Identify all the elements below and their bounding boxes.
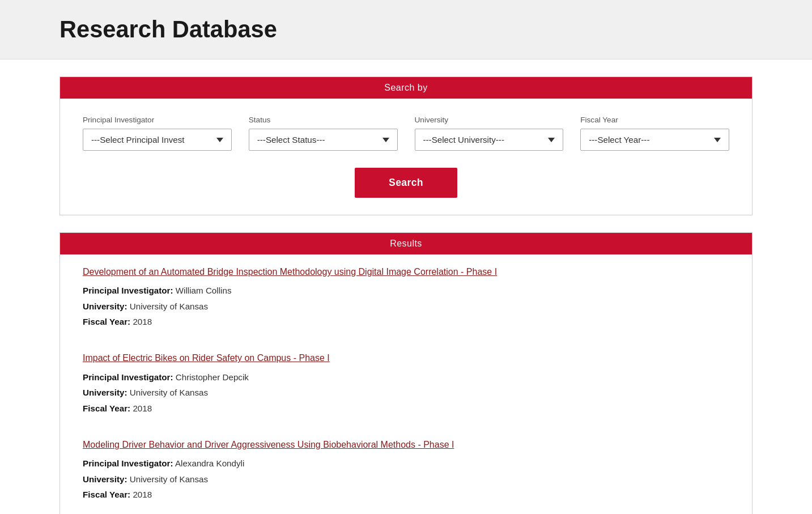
main-content: Search by Principal Investigator ---Sele… [0, 60, 812, 514]
university-value: University of Kansas [130, 388, 208, 397]
results-section-header: Results [60, 233, 752, 254]
result-university: University: University of Kansas [83, 471, 729, 487]
result-title-link[interactable]: Impact of Electric Bikes on Rider Safety… [83, 352, 330, 364]
pi-label: Principal Investigator: [83, 286, 173, 295]
university-value: University of Kansas [130, 301, 208, 311]
result-meta: Principal Investigator: William Collins … [83, 283, 729, 329]
result-university: University: University of Kansas [83, 299, 729, 314]
pi-value: William Collins [176, 286, 232, 295]
university-filter-select[interactable]: ---Select University--- [415, 129, 564, 151]
result-title-link[interactable]: Modeling Driver Behavior and Driver Aggr… [83, 439, 454, 451]
page-title: Research Database [59, 16, 753, 43]
pi-filter-select[interactable]: ---Select Principal Invest [83, 129, 232, 151]
search-button-row: Search [83, 168, 729, 198]
status-filter-label: Status [249, 116, 398, 124]
result-item: Modeling Driver Behavior and Driver Aggr… [83, 439, 729, 508]
fy-value: 2018 [133, 403, 152, 413]
result-item: Impact of Electric Bikes on Rider Safety… [83, 352, 729, 421]
fy-value: 2018 [133, 490, 152, 499]
fy-label: Fiscal Year: [83, 490, 130, 499]
fy-label: Fiscal Year: [83, 317, 130, 326]
fy-filter-select[interactable]: ---Select Year--- [580, 129, 729, 151]
header: Research Database [0, 0, 812, 60]
search-body: Principal Investigator ---Select Princip… [60, 99, 752, 215]
pi-value: Christopher Depcik [176, 372, 249, 382]
university-value: University of Kansas [130, 474, 208, 484]
search-section-header: Search by [60, 77, 752, 99]
fy-value: 2018 [133, 317, 152, 326]
university-filter-label: University [415, 116, 564, 124]
filter-row: Principal Investigator ---Select Princip… [83, 116, 729, 151]
result-meta: Principal Investigator: Christopher Depc… [83, 369, 729, 416]
results-body: Development of an Automated Bridge Inspe… [60, 254, 752, 514]
search-button[interactable]: Search [355, 168, 457, 198]
pi-label: Principal Investigator: [83, 458, 173, 468]
result-fy: Fiscal Year: 2018 [83, 314, 729, 329]
status-filter-group: Status ---Select Status--- [249, 116, 398, 151]
fy-filter-group: Fiscal Year ---Select Year--- [580, 116, 729, 151]
status-filter-select[interactable]: ---Select Status--- [249, 129, 398, 151]
result-fy: Fiscal Year: 2018 [83, 487, 729, 502]
result-pi: Principal Investigator: Alexandra Kondyl… [83, 456, 729, 471]
results-section: Results Development of an Automated Brid… [59, 232, 753, 514]
result-meta: Principal Investigator: Alexandra Kondyl… [83, 456, 729, 502]
fy-filter-label: Fiscal Year [580, 116, 729, 124]
fy-label: Fiscal Year: [83, 403, 130, 413]
result-item: Development of an Automated Bridge Inspe… [83, 266, 729, 335]
result-pi: Principal Investigator: Christopher Depc… [83, 369, 729, 385]
university-label: University: [83, 474, 127, 484]
pi-filter-group: Principal Investigator ---Select Princip… [83, 116, 232, 151]
result-university: University: University of Kansas [83, 385, 729, 400]
result-fy: Fiscal Year: 2018 [83, 401, 729, 416]
result-pi: Principal Investigator: William Collins [83, 283, 729, 298]
pi-label: Principal Investigator: [83, 372, 173, 382]
university-label: University: [83, 301, 127, 311]
university-filter-group: University ---Select University--- [415, 116, 564, 151]
search-section: Search by Principal Investigator ---Sele… [59, 77, 753, 215]
pi-filter-label: Principal Investigator [83, 116, 232, 124]
university-label: University: [83, 388, 127, 397]
result-title-link[interactable]: Development of an Automated Bridge Inspe… [83, 266, 497, 278]
pi-value: Alexandra Kondyli [175, 458, 244, 468]
